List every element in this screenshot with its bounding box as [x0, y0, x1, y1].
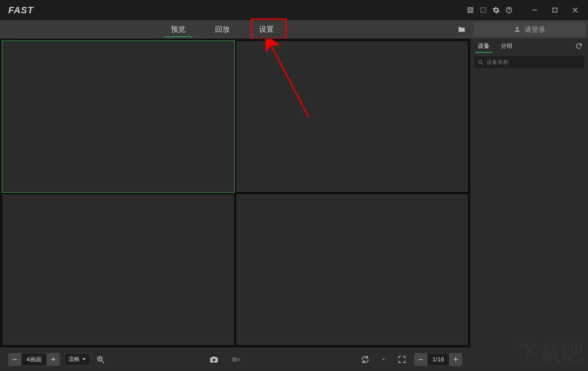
video-cell-4[interactable] — [236, 194, 469, 346]
record-button[interactable] — [230, 354, 242, 365]
tab-settings-label: 设置 — [259, 25, 274, 34]
maximize-button[interactable] — [545, 3, 565, 17]
bottom-toolbar: − 4画面 + 流畅 − 1/16 + — [0, 348, 470, 371]
fullscreen-button[interactable] — [396, 354, 408, 365]
tab-settings[interactable]: 设置 — [244, 20, 288, 39]
nav-bar: 预览 回放 设置 请登录 — [0, 20, 588, 39]
main-tabs: 预览 回放 设置 — [156, 20, 288, 39]
title-bar-right — [464, 3, 588, 17]
app-logo: FAST — [8, 5, 34, 16]
svg-rect-0 — [468, 8, 473, 13]
svg-rect-1 — [469, 9, 471, 11]
minimize-button[interactable] — [525, 3, 545, 17]
sidebar-header: 设备 分组 — [470, 39, 588, 53]
svg-point-16 — [213, 358, 215, 361]
sidebar: 设备 分组 — [470, 39, 588, 371]
bottom-right-controls: − 1/16 + — [359, 353, 462, 366]
tab-playback-label: 回放 — [215, 25, 230, 34]
svg-rect-17 — [232, 357, 237, 361]
login-label: 请登录 — [525, 25, 545, 34]
video-cell-3[interactable] — [2, 194, 235, 346]
sidebar-tab-groups[interactable]: 分组 — [498, 42, 515, 50]
layout-decrease-button[interactable]: − — [8, 353, 21, 366]
search-icon — [478, 59, 484, 65]
user-icon — [514, 26, 521, 33]
gear-icon[interactable] — [490, 4, 503, 17]
cycle-button[interactable] — [359, 354, 371, 365]
help-icon[interactable] — [503, 4, 515, 17]
tab-preview[interactable]: 预览 — [156, 20, 200, 39]
stream-quality-select[interactable]: 流畅 — [64, 354, 90, 365]
screenshot-tool-icon[interactable] — [464, 4, 477, 17]
layout-increase-button[interactable]: + — [47, 353, 60, 366]
stream-quality-label: 流畅 — [68, 355, 79, 363]
svg-point-4 — [509, 11, 509, 12]
svg-line-13 — [102, 360, 104, 363]
page-prev-button[interactable]: − — [414, 353, 427, 366]
title-bar: FAST — [0, 0, 588, 20]
layout-tool-icon[interactable] — [477, 4, 490, 17]
folder-button[interactable] — [454, 23, 469, 36]
login-button[interactable]: 请登录 — [473, 22, 585, 37]
preview-area — [0, 39, 470, 348]
layout-value: 4画面 — [21, 353, 47, 366]
refresh-button[interactable] — [574, 41, 583, 51]
zoom-in-button[interactable] — [95, 354, 107, 365]
chevron-down-small-icon[interactable] — [378, 354, 390, 365]
snapshot-button[interactable] — [208, 354, 220, 365]
video-cell-1[interactable] — [2, 40, 235, 193]
sidebar-tab-devices[interactable]: 设备 — [475, 42, 492, 50]
svg-point-10 — [479, 60, 482, 63]
chevron-down-icon — [82, 358, 86, 360]
svg-line-11 — [481, 63, 483, 64]
layout-stepper: − 4画面 + — [8, 353, 60, 366]
device-search-input[interactable] — [486, 59, 581, 65]
page-value: 1/16 — [427, 353, 449, 366]
tab-preview-label: 预览 — [171, 25, 186, 34]
close-button[interactable] — [565, 3, 585, 17]
sidebar-search[interactable] — [474, 56, 584, 68]
svg-rect-6 — [553, 8, 557, 12]
page-next-button[interactable]: + — [449, 353, 462, 366]
svg-rect-2 — [481, 8, 486, 13]
bottom-center-controls — [208, 354, 242, 365]
video-cell-2[interactable] — [236, 40, 469, 193]
tab-playback[interactable]: 回放 — [200, 20, 244, 39]
nav-right: 请登录 — [454, 20, 588, 39]
page-stepper: − 1/16 + — [414, 353, 462, 366]
video-grid — [2, 40, 469, 346]
